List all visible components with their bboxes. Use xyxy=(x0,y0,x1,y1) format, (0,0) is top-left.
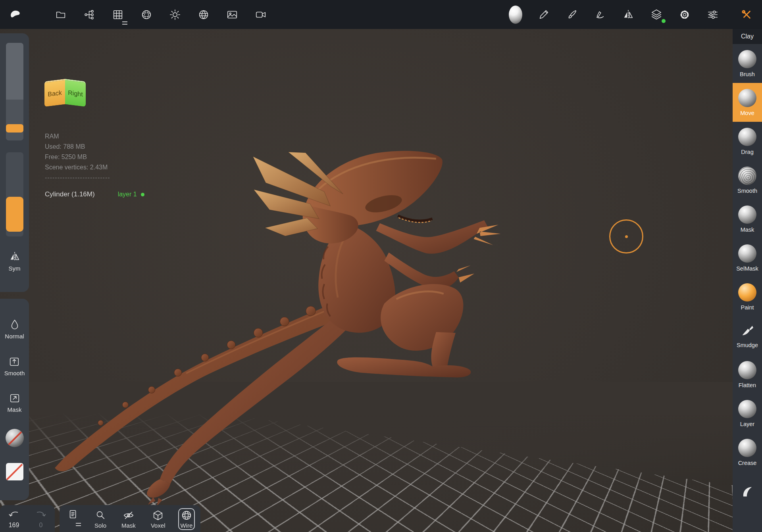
redo-count: 0 xyxy=(39,522,43,529)
paint-tool-icon xyxy=(738,283,756,302)
tool-selmask[interactable]: SelMask xyxy=(733,238,762,277)
viewport-canvas[interactable]: Back Right RAM Used: 788 MB Free: 5250 M… xyxy=(0,29,733,532)
brush-size-slider[interactable] xyxy=(6,43,23,140)
undo-button[interactable]: 169 xyxy=(6,508,22,530)
smooth-label: Smooth xyxy=(4,370,25,376)
eye-slash-icon xyxy=(123,509,135,521)
top-toolbar-left xyxy=(9,8,267,21)
brush-size-handle[interactable] xyxy=(6,124,23,133)
gizmo-right-label: Right xyxy=(68,89,83,98)
scene-graph-icon[interactable] xyxy=(83,8,96,21)
solo-label: Solo xyxy=(94,522,106,529)
left-slider-panel: Sym xyxy=(0,33,29,292)
stats-divider: -------------------------- xyxy=(45,173,144,183)
ram-label: RAM xyxy=(45,131,144,142)
tool-mask[interactable]: Mask xyxy=(733,200,762,238)
camera-icon[interactable] xyxy=(254,8,267,21)
stroke-icon[interactable] xyxy=(593,8,607,21)
wire-label: Wire xyxy=(181,522,193,529)
left-options-panel: Normal Smooth Mask xyxy=(0,299,29,500)
wireframe-toggle[interactable]: Wire xyxy=(178,508,195,530)
flatten-tool-icon xyxy=(738,361,756,379)
move-tool-icon xyxy=(738,89,756,107)
magnifier-icon xyxy=(94,509,106,521)
top-toolbar-right xyxy=(509,8,753,21)
tool-sidebar: Clay Brush Move Drag Smooth Mask SelMask xyxy=(733,29,762,532)
submenu-indicator xyxy=(122,21,127,25)
stroke-mode-normal[interactable]: Normal xyxy=(5,319,24,340)
history-list-button[interactable] xyxy=(65,508,82,530)
lighting-icon[interactable] xyxy=(168,8,182,21)
falloff-toggle[interactable] xyxy=(6,429,24,447)
wireframe-sphere-icon xyxy=(181,509,192,521)
voxel-label: Voxel xyxy=(151,522,165,529)
tool-smooth[interactable]: Smooth xyxy=(733,161,762,200)
brush-intensity-handle[interactable] xyxy=(6,197,23,232)
voxel-remesh-button[interactable]: Voxel xyxy=(148,508,168,530)
tool-partial-next[interactable] xyxy=(733,472,762,532)
history-panel: 169 0 xyxy=(0,505,55,532)
stroke-mode-mask[interactable]: Mask xyxy=(8,392,22,413)
undo-count: 169 xyxy=(9,522,19,529)
display-panel: Solo Mask Voxel Wire xyxy=(60,505,200,532)
material-preview-ball[interactable] xyxy=(509,8,522,21)
undo-icon xyxy=(8,509,20,521)
drag-tool-icon xyxy=(738,128,756,146)
app-logo-icon[interactable] xyxy=(9,8,22,21)
layer-tool-icon xyxy=(738,400,756,418)
tool-smudge[interactable]: Smudge xyxy=(733,316,762,355)
smudge-tool-icon xyxy=(739,323,755,339)
gizmo-face-right[interactable]: Right xyxy=(65,79,86,107)
paintbrush-icon[interactable] xyxy=(565,8,579,21)
falloff-sphere-icon xyxy=(6,429,24,447)
symmetry-mirror-icon xyxy=(9,251,21,263)
symmetry-toggle[interactable]: Sym xyxy=(9,251,21,272)
symmetry-label: Sym xyxy=(9,265,21,272)
bottom-toolbar: 169 0 Solo Mask Voxel xyxy=(0,505,200,532)
matcap-sphere-icon[interactable] xyxy=(140,8,153,21)
ram-used: Used: 788 MB xyxy=(45,142,144,152)
claw-tool-icon xyxy=(739,484,755,499)
tool-layer[interactable]: Layer xyxy=(733,394,762,433)
tool-paint[interactable]: Paint xyxy=(733,277,762,316)
symmetry-icon[interactable] xyxy=(622,8,635,21)
tools-wrench-icon[interactable] xyxy=(740,8,753,21)
orientation-gizmo[interactable]: Back Right xyxy=(44,77,86,111)
solo-toggle[interactable]: Solo xyxy=(92,508,109,530)
tool-drag[interactable]: Drag xyxy=(733,122,762,161)
box-arrow-up-icon xyxy=(8,355,20,367)
brush-cursor xyxy=(609,219,643,254)
brush-intensity-slider[interactable] xyxy=(6,152,23,236)
scene-vertices: Scene vertices: 2.43M xyxy=(45,162,144,173)
mask-tool-icon xyxy=(738,206,756,224)
plane-lock-toggle[interactable] xyxy=(6,463,23,480)
object-name: Cylinder (1.16M) xyxy=(45,189,95,200)
mask-view-label: Mask xyxy=(121,522,136,529)
tool-brush[interactable]: Brush xyxy=(733,44,762,83)
layer-badge[interactable]: layer 1 xyxy=(118,189,144,200)
voxel-cube-icon xyxy=(152,509,164,521)
pencil-icon[interactable] xyxy=(537,8,550,21)
adjustments-sliders-icon[interactable] xyxy=(706,8,720,21)
stroke-mode-smooth[interactable]: Smooth xyxy=(4,355,25,376)
mask-label: Mask xyxy=(8,406,22,413)
smooth-tool-icon xyxy=(738,167,756,185)
background-image-icon[interactable] xyxy=(225,8,239,21)
topology-grid-icon[interactable] xyxy=(111,8,125,21)
normal-label: Normal xyxy=(5,333,24,340)
folder-icon[interactable] xyxy=(54,8,67,21)
plane-slash-icon xyxy=(6,463,23,480)
layers-icon[interactable] xyxy=(650,8,663,21)
tool-move[interactable]: Move xyxy=(733,83,762,122)
mask-view-toggle[interactable]: Mask xyxy=(119,508,138,530)
app-window: Back Right RAM Used: 788 MB Free: 5250 M… xyxy=(0,0,762,532)
settings-gear-icon[interactable] xyxy=(678,8,691,21)
material-sphere-icon[interactable] xyxy=(197,8,210,21)
tool-crease[interactable]: Crease xyxy=(733,433,762,472)
redo-button[interactable]: 0 xyxy=(33,508,49,530)
tool-flatten[interactable]: Flatten xyxy=(733,355,762,394)
top-toolbar xyxy=(0,0,762,29)
layers-active-dot xyxy=(662,19,666,23)
gizmo-face-back[interactable]: Back xyxy=(44,79,65,107)
tool-category-header[interactable]: Clay xyxy=(733,29,762,44)
